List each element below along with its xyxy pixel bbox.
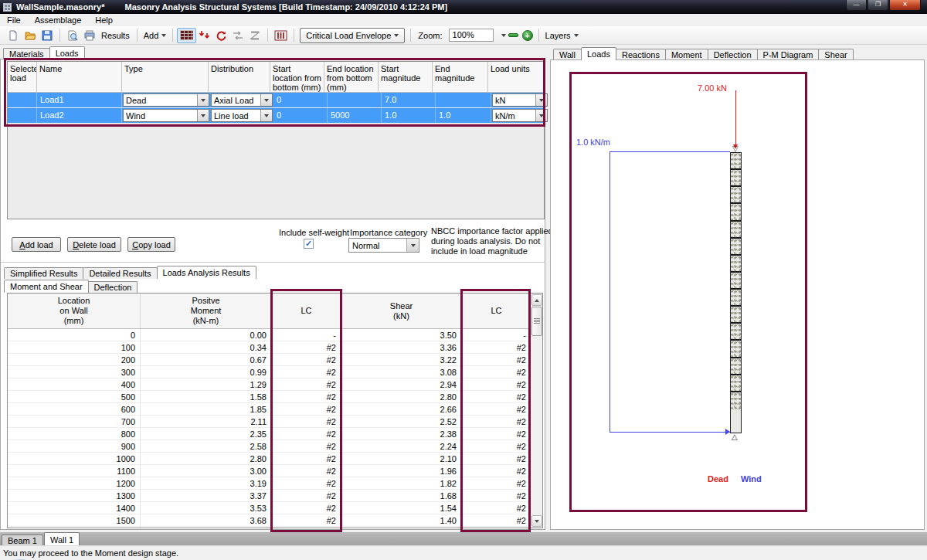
close-button[interactable]: ✕ <box>889 0 921 11</box>
tab-loads[interactable]: Loads <box>49 46 85 59</box>
load-type-combo-arrow[interactable] <box>197 94 209 106</box>
zoom-out-button[interactable] <box>508 33 518 37</box>
view-tab-loads[interactable]: Loads <box>581 47 616 60</box>
doc-tab-wall-1[interactable]: Wall 1 <box>44 532 80 545</box>
view-tab-deflection[interactable]: Deflection <box>708 49 758 60</box>
tab-simplified-results[interactable]: Simplified Results <box>4 267 83 279</box>
loads-diagram-annotation-box: 7.00 kN ▽ 1.0 kN/m △ DeadWind <box>569 72 807 512</box>
load-type-combo-arrow[interactable] <box>197 110 209 121</box>
minimize-button[interactable]: — <box>846 0 867 11</box>
status-message: You may proceed to the Moment design sta… <box>3 548 178 558</box>
view-tab-reactions[interactable]: Reactions <box>616 49 666 60</box>
load-units-combo-value: kN/m <box>493 110 535 121</box>
zoom-input[interactable]: 100% <box>449 29 494 42</box>
view-tab-wall[interactable]: Wall <box>553 49 582 60</box>
start-location-cell[interactable]: 0 <box>273 108 328 123</box>
results-table: Locationon Wall(mm)PositveMoment(kN-m)LC… <box>7 293 543 528</box>
tab-loads-analysis-results[interactable]: Loads Analysis Results <box>157 266 256 279</box>
start-magnitude-cell[interactable]: 1.0 <box>382 108 436 123</box>
load-distribution-combo[interactable]: Line load <box>211 109 273 122</box>
loads-grid-body: Load1DeadAxial Load07.0kNLoad2WindLine l… <box>8 93 544 124</box>
window-title: WallSample.masonry* <box>16 2 105 12</box>
layers-dropdown[interactable]: Layers <box>543 28 581 43</box>
wind-load-outline <box>610 151 730 433</box>
document-tabstrip: Beam 1Wall 1 <box>0 532 927 545</box>
menu-file[interactable]: File <box>0 15 28 25</box>
scroll-up-button[interactable] <box>531 294 542 306</box>
column-view-button[interactable] <box>272 28 290 43</box>
add-load-button[interactable]: Add load <box>12 237 61 252</box>
save-button[interactable] <box>39 28 56 43</box>
load-type-combo-value: Dead <box>124 94 197 106</box>
select-load-cell[interactable] <box>8 93 37 107</box>
add-dropdown[interactable]: Add <box>141 28 169 43</box>
masonry-block <box>731 153 741 170</box>
load-type-combo[interactable]: Dead <box>123 93 209 107</box>
load-units-combo-arrow[interactable] <box>535 110 547 121</box>
load-units-combo-arrow[interactable] <box>535 94 547 106</box>
load-units-combo[interactable]: kN <box>492 93 548 107</box>
loads-row-2[interactable]: Load2WindLine load050001.01.0kN/m <box>8 108 544 124</box>
chevron-down-icon <box>264 114 269 120</box>
load-distribution-combo[interactable]: Axial Load <box>211 93 273 107</box>
results-scrollbar[interactable] <box>530 294 542 528</box>
scroll-down-button[interactable] <box>531 515 542 527</box>
importance-dropdown[interactable]: Normal <box>348 238 419 253</box>
load-type-combo[interactable]: Wind <box>123 109 209 122</box>
results-header-positve-moment-kn-m: PositveMoment(kN-m) <box>141 294 272 328</box>
importance-label: Importance category <box>350 228 427 237</box>
new-file-button[interactable] <box>5 28 22 43</box>
print-button[interactable] <box>81 28 98 43</box>
end-location-cell[interactable] <box>328 93 382 107</box>
moment-rotate-button[interactable] <box>212 28 229 43</box>
table-row: 6001.85#22.66#2 <box>8 403 542 416</box>
tab-detailed-results[interactable]: Detailed Results <box>83 267 157 279</box>
zoom-in-button[interactable]: + <box>522 30 533 41</box>
menu-bar: FileAssemblageHelp <box>0 14 927 26</box>
end-location-cell[interactable]: 5000 <box>328 108 382 123</box>
masonry-view-button[interactable] <box>177 28 196 43</box>
load-name-cell[interactable]: Load2 <box>37 108 122 123</box>
load-name-cell[interactable]: Load1 <box>37 93 122 107</box>
masonry-block <box>731 290 741 307</box>
deflection-button[interactable] <box>246 28 263 43</box>
table-row: 5001.58#22.80#2 <box>8 391 542 403</box>
right-tabstrip: WallLoadsReactionsMomentDeflectionP-M Di… <box>553 47 853 60</box>
subtab-moment-and-shear[interactable]: Moment and Shear <box>4 280 89 293</box>
window-controls: — ❐ ✕ <box>845 0 921 11</box>
view-tab-shear[interactable]: Shear <box>818 49 853 60</box>
menu-help[interactable]: Help <box>88 15 120 25</box>
scroll-thumb[interactable] <box>531 307 542 336</box>
tab-materials[interactable]: Materials <box>3 48 50 59</box>
status-bar: You may proceed to the Moment design sta… <box>0 545 927 560</box>
load-units-combo-value: kN <box>493 94 535 106</box>
self-weight-checkbox[interactable]: ✓ <box>304 239 314 249</box>
subtab-deflection[interactable]: Deflection <box>88 281 138 293</box>
menu-assemblage[interactable]: Assemblage <box>28 15 89 25</box>
results-button[interactable]: Results <box>98 31 133 40</box>
open-file-button[interactable] <box>22 28 39 43</box>
load-distribution-combo-arrow[interactable] <box>260 94 272 106</box>
doc-tab-beam-1[interactable]: Beam 1 <box>2 535 43 545</box>
start-magnitude-cell[interactable]: 7.0 <box>382 93 436 107</box>
shear-arrows-button[interactable] <box>229 28 246 43</box>
load-distribution-combo-arrow[interactable] <box>260 110 272 121</box>
load-units-combo[interactable]: kN/m <box>492 109 548 122</box>
masonry-block <box>731 187 741 204</box>
end-magnitude-cell[interactable]: 1.0 <box>436 108 491 123</box>
copy-load-button[interactable]: Copy load <box>127 237 175 252</box>
legend-dead: Dead <box>708 474 728 484</box>
print-preview-button[interactable] <box>64 28 81 43</box>
start-location-cell[interactable]: 0 <box>273 93 328 107</box>
delete-load-button[interactable]: Delete load <box>67 237 121 252</box>
add-dropdown-label: Add <box>144 31 159 40</box>
load-envelope-combo[interactable]: Critical Load Envelope <box>300 28 405 43</box>
loads-row-1[interactable]: Load1DeadAxial Load07.0kN <box>8 93 544 108</box>
end-magnitude-cell[interactable] <box>436 93 491 107</box>
view-tab-p-m-diagram[interactable]: P-M Diagram <box>757 49 820 60</box>
loads-down-button[interactable] <box>196 28 212 43</box>
restore-button[interactable]: ❐ <box>868 0 888 11</box>
view-tab-moment[interactable]: Moment <box>665 49 708 60</box>
masonry-block <box>731 324 741 341</box>
select-load-cell[interactable] <box>8 108 37 123</box>
